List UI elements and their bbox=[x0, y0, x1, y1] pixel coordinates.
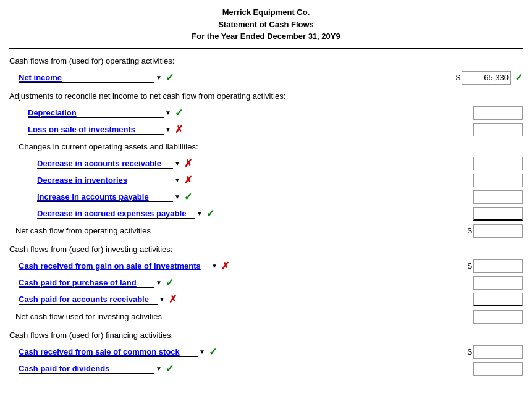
loss-sale-input-area bbox=[473, 123, 523, 136]
dec-acc-check: ✓ bbox=[206, 208, 214, 219]
cash-stock-dollar: $ bbox=[468, 347, 472, 356]
cash-ar-dropdown-container: Cash paid for accounts receivable ▼ ✗ bbox=[19, 293, 216, 305]
financing-section: Cash flows from (used for) financing act… bbox=[9, 328, 523, 376]
dec-inv-dropdown[interactable]: Decrease in inventories bbox=[37, 175, 173, 185]
net-income-check: ✓ bbox=[166, 72, 174, 83]
net-income-input[interactable] bbox=[462, 71, 511, 85]
header-line3: For the Year Ended December 31, 20Y9 bbox=[9, 30, 523, 43]
changes-label: Changes in current operating assets and … bbox=[19, 142, 198, 151]
cash-ar-x: ✗ bbox=[169, 293, 177, 305]
dec-inv-x: ✗ bbox=[184, 174, 192, 186]
cash-ar-arrow: ▼ bbox=[159, 296, 165, 303]
cash-gain-input[interactable] bbox=[473, 259, 523, 273]
investing-section-label: Cash flows from (used for) investing act… bbox=[9, 245, 172, 254]
loss-sale-dropdown-container: Loss on sale of investments ▼ ✗ bbox=[28, 124, 226, 135]
loss-sale-arrow: ▼ bbox=[165, 126, 171, 133]
cash-ar-row: Cash paid for accounts receivable ▼ ✗ bbox=[9, 292, 523, 307]
dec-ar-x: ✗ bbox=[184, 158, 192, 169]
dec-ar-arrow: ▼ bbox=[174, 160, 180, 167]
cash-ar-input[interactable] bbox=[473, 293, 523, 306]
dec-ar-dropdown[interactable]: Decrease in accounts receivable bbox=[37, 159, 173, 169]
depreciation-arrow: ▼ bbox=[165, 109, 171, 116]
cash-div-dropdown[interactable]: Cash paid for dividends bbox=[19, 364, 154, 374]
cash-land-row: Cash paid for purchase of land ▼ ✓ bbox=[9, 275, 523, 290]
dec-acc-arrow: ▼ bbox=[196, 210, 203, 217]
cash-gain-arrow: ▼ bbox=[211, 262, 217, 269]
dec-acc-dropdown[interactable]: Decrease in accrued expenses payable bbox=[37, 209, 195, 219]
cash-stock-dropdown[interactable]: Cash received from sale of common stock bbox=[19, 347, 198, 357]
loss-sale-input[interactable] bbox=[473, 123, 523, 136]
net-investing-input[interactable] bbox=[473, 310, 523, 324]
cash-land-dropdown-container: Cash paid for purchase of land ▼ ✓ bbox=[19, 277, 216, 288]
operating-section: Cash flows from (used for) operating act… bbox=[9, 54, 523, 238]
cash-div-input-area bbox=[473, 362, 523, 376]
net-operating-label: Net cash flow from operating activities bbox=[15, 226, 374, 235]
changes-label-row: Changes in current operating assets and … bbox=[9, 140, 523, 154]
cash-div-check: ✓ bbox=[166, 363, 174, 374]
dec-acc-input-area bbox=[473, 207, 523, 220]
financing-section-label-row: Cash flows from (used for) financing act… bbox=[9, 328, 523, 343]
loss-sale-row: Loss on sale of investments ▼ ✗ bbox=[9, 122, 523, 137]
cash-gain-dollar: $ bbox=[468, 261, 472, 271]
net-income-value-check: ✓ bbox=[515, 72, 523, 83]
net-investing-input-area bbox=[473, 310, 523, 324]
dec-acc-input[interactable] bbox=[473, 207, 523, 220]
net-income-arrow: ▼ bbox=[156, 74, 162, 81]
investing-section-label-row: Cash flows from (used for) investing act… bbox=[9, 242, 523, 257]
net-operating-row: Net cash flow from operating activities … bbox=[9, 224, 523, 238]
header: Merrick Equipment Co. Statement of Cash … bbox=[9, 6, 523, 49]
loss-sale-dropdown[interactable]: Loss on sale of investments bbox=[28, 125, 164, 135]
cash-div-input[interactable] bbox=[473, 362, 523, 376]
depreciation-dropdown[interactable]: Depreciation bbox=[28, 108, 164, 118]
cash-stock-arrow: ▼ bbox=[199, 348, 205, 355]
cash-stock-input[interactable] bbox=[473, 345, 523, 359]
dec-acc-row: Decrease in accrued expenses payable ▼ ✓ bbox=[9, 206, 523, 221]
cash-land-dropdown[interactable]: Cash paid for purchase of land bbox=[19, 278, 154, 288]
inc-ap-dropdown-container: Increase in accounts payable ▼ ✓ bbox=[37, 191, 235, 203]
investing-section: Cash flows from (used for) investing act… bbox=[9, 242, 523, 324]
cash-stock-check: ✓ bbox=[209, 346, 217, 358]
depreciation-dropdown-container: Depreciation ▼ ✓ bbox=[28, 107, 226, 119]
depreciation-input-area bbox=[473, 106, 523, 120]
cash-land-check: ✓ bbox=[166, 277, 174, 288]
net-operating-input[interactable] bbox=[473, 224, 523, 238]
adjustments-label: Adjustments to reconcile net income to n… bbox=[9, 91, 285, 101]
cash-land-input-area bbox=[473, 276, 523, 290]
dec-acc-dropdown-container: Decrease in accrued expenses payable ▼ ✓ bbox=[37, 208, 235, 219]
cash-land-input[interactable] bbox=[473, 276, 523, 290]
dec-ar-input-area bbox=[473, 157, 523, 170]
cash-ar-input-area bbox=[473, 293, 523, 306]
dec-inv-dropdown-container: Decrease in inventories ▼ ✗ bbox=[37, 174, 235, 186]
cash-gain-row: Cash received from gain on sale of inves… bbox=[9, 259, 523, 274]
inc-ap-input[interactable] bbox=[473, 190, 523, 204]
net-investing-label: Net cash flow used for investing activit… bbox=[15, 312, 374, 321]
net-income-row: Net income ▼ ✓ $ ✓ bbox=[9, 70, 523, 85]
cash-div-arrow: ▼ bbox=[156, 365, 162, 372]
dec-inv-arrow: ▼ bbox=[174, 177, 180, 183]
net-income-dropdown-container: Net income ▼ ✓ bbox=[19, 72, 216, 83]
cash-stock-dropdown-container: Cash received from sale of common stock … bbox=[19, 346, 241, 358]
operating-section-label: Cash flows from (used for) operating act… bbox=[9, 56, 174, 65]
cash-div-dropdown-container: Cash paid for dividends ▼ ✓ bbox=[19, 363, 216, 374]
dec-inv-input-area bbox=[473, 174, 523, 187]
cash-land-arrow: ▼ bbox=[156, 279, 162, 286]
cash-gain-x: ✗ bbox=[221, 260, 229, 272]
cash-gain-dropdown-container: Cash received from gain on sale of inves… bbox=[19, 260, 253, 272]
header-line1: Merrick Equipment Co. bbox=[9, 6, 523, 19]
cash-gain-dropdown[interactable]: Cash received from gain on sale of inves… bbox=[19, 261, 210, 271]
depreciation-check: ✓ bbox=[175, 107, 183, 119]
cash-stock-input-area: $ bbox=[468, 345, 523, 359]
net-income-dollar: $ bbox=[456, 73, 460, 82]
depreciation-input[interactable] bbox=[473, 106, 523, 120]
dec-ar-dropdown-container: Decrease in accounts receivable ▼ ✗ bbox=[37, 158, 235, 169]
net-investing-row: Net cash flow used for investing activit… bbox=[9, 309, 523, 324]
inc-ap-arrow: ▼ bbox=[174, 193, 180, 200]
net-income-dropdown[interactable]: Net income bbox=[19, 73, 154, 83]
inc-ap-dropdown[interactable]: Increase in accounts payable bbox=[37, 192, 173, 202]
dec-inv-row: Decrease in inventories ▼ ✗ bbox=[9, 173, 523, 188]
dec-ar-input[interactable] bbox=[473, 157, 523, 170]
cash-ar-dropdown[interactable]: Cash paid for accounts receivable bbox=[19, 295, 158, 304]
net-income-value-area: $ ✓ bbox=[456, 71, 523, 85]
cash-stock-row: Cash received from sale of common stock … bbox=[9, 345, 523, 359]
dec-inv-input[interactable] bbox=[473, 174, 523, 187]
